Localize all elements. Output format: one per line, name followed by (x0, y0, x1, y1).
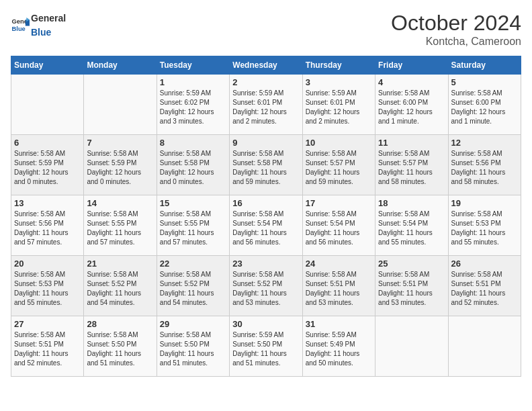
calendar-body: 1Sunrise: 5:59 AM Sunset: 6:02 PM Daylig… (11, 75, 521, 377)
calendar-cell: 11Sunrise: 5:58 AM Sunset: 5:57 PM Dayli… (375, 135, 448, 195)
calendar-cell: 24Sunrise: 5:58 AM Sunset: 5:51 PM Dayli… (302, 256, 375, 316)
calendar-cell: 30Sunrise: 5:59 AM Sunset: 5:50 PM Dayli… (230, 316, 302, 377)
title-block: October 2024 Kontcha, Cameroon (391, 11, 521, 48)
weekday-header-friday: Friday (375, 56, 448, 75)
day-number: 24 (306, 259, 372, 269)
day-number: 20 (14, 259, 81, 269)
calendar-cell: 1Sunrise: 5:59 AM Sunset: 6:02 PM Daylig… (157, 75, 229, 135)
day-number: 11 (378, 138, 445, 148)
month-year: October 2024 (391, 11, 521, 36)
day-number: 1 (160, 77, 226, 87)
calendar-cell: 13Sunrise: 5:58 AM Sunset: 5:56 PM Dayli… (11, 195, 84, 256)
day-number: 14 (87, 198, 153, 208)
day-number: 26 (451, 259, 518, 269)
day-info: Sunrise: 5:58 AM Sunset: 5:52 PM Dayligh… (160, 270, 226, 308)
day-number: 31 (306, 319, 372, 329)
day-number: 19 (451, 198, 518, 208)
calendar-week-3: 13Sunrise: 5:58 AM Sunset: 5:56 PM Dayli… (11, 195, 521, 256)
day-info: Sunrise: 5:58 AM Sunset: 5:54 PM Dayligh… (378, 210, 445, 247)
calendar-cell (84, 75, 157, 135)
calendar-cell (448, 316, 521, 377)
calendar-cell: 12Sunrise: 5:58 AM Sunset: 5:56 PM Dayli… (448, 135, 521, 195)
weekday-header-wednesday: Wednesday (230, 56, 302, 75)
calendar-cell: 2Sunrise: 5:59 AM Sunset: 6:01 PM Daylig… (230, 75, 302, 135)
day-number: 16 (232, 198, 299, 208)
calendar-cell: 29Sunrise: 5:58 AM Sunset: 5:50 PM Dayli… (157, 316, 229, 377)
weekday-header-sunday: Sunday (11, 56, 84, 75)
day-number: 25 (378, 259, 445, 269)
day-info: Sunrise: 5:58 AM Sunset: 5:53 PM Dayligh… (451, 210, 518, 247)
weekday-header-saturday: Saturday (448, 56, 521, 75)
calendar-week-2: 6Sunrise: 5:58 AM Sunset: 5:59 PM Daylig… (11, 135, 521, 195)
day-info: Sunrise: 5:58 AM Sunset: 5:50 PM Dayligh… (87, 330, 153, 368)
logo-icon: General Blue (11, 15, 30, 34)
calendar-cell: 18Sunrise: 5:58 AM Sunset: 5:54 PM Dayli… (375, 195, 448, 256)
day-number: 12 (451, 138, 518, 148)
logo-blue-text: Blue (31, 27, 51, 38)
day-info: Sunrise: 5:58 AM Sunset: 6:00 PM Dayligh… (378, 89, 445, 126)
day-info: Sunrise: 5:59 AM Sunset: 6:01 PM Dayligh… (306, 89, 372, 126)
calendar-cell: 25Sunrise: 5:58 AM Sunset: 5:51 PM Dayli… (375, 256, 448, 316)
calendar-cell: 23Sunrise: 5:58 AM Sunset: 5:52 PM Dayli… (230, 256, 302, 316)
calendar-cell: 8Sunrise: 5:58 AM Sunset: 5:58 PM Daylig… (157, 135, 229, 195)
day-number: 7 (87, 138, 153, 148)
calendar-week-5: 27Sunrise: 5:58 AM Sunset: 5:51 PM Dayli… (11, 316, 521, 377)
day-info: Sunrise: 5:58 AM Sunset: 6:00 PM Dayligh… (451, 89, 518, 126)
day-info: Sunrise: 5:58 AM Sunset: 5:54 PM Dayligh… (232, 210, 299, 247)
calendar-week-4: 20Sunrise: 5:58 AM Sunset: 5:53 PM Dayli… (11, 256, 521, 316)
day-number: 21 (87, 259, 153, 269)
day-info: Sunrise: 5:58 AM Sunset: 5:57 PM Dayligh… (378, 149, 445, 187)
location: Kontcha, Cameroon (391, 36, 521, 48)
day-number: 5 (451, 77, 518, 87)
day-info: Sunrise: 5:58 AM Sunset: 5:51 PM Dayligh… (14, 330, 81, 368)
day-info: Sunrise: 5:58 AM Sunset: 5:51 PM Dayligh… (451, 270, 518, 308)
calendar-cell (375, 316, 448, 377)
day-number: 3 (306, 77, 372, 87)
day-info: Sunrise: 5:59 AM Sunset: 6:01 PM Dayligh… (232, 89, 299, 126)
calendar-cell: 5Sunrise: 5:58 AM Sunset: 6:00 PM Daylig… (448, 75, 521, 135)
calendar-cell: 31Sunrise: 5:59 AM Sunset: 5:49 PM Dayli… (302, 316, 375, 377)
day-number: 17 (306, 198, 372, 208)
day-number: 2 (232, 77, 299, 87)
day-info: Sunrise: 5:58 AM Sunset: 5:57 PM Dayligh… (306, 149, 372, 187)
day-number: 4 (378, 77, 445, 87)
day-info: Sunrise: 5:58 AM Sunset: 5:55 PM Dayligh… (160, 210, 226, 247)
day-number: 29 (160, 319, 226, 329)
weekday-header-thursday: Thursday (302, 56, 375, 75)
day-number: 27 (14, 319, 81, 329)
day-info: Sunrise: 5:59 AM Sunset: 5:49 PM Dayligh… (306, 330, 372, 368)
day-info: Sunrise: 5:59 AM Sunset: 6:02 PM Dayligh… (160, 89, 226, 126)
day-info: Sunrise: 5:59 AM Sunset: 5:50 PM Dayligh… (232, 330, 299, 368)
day-info: Sunrise: 5:58 AM Sunset: 5:51 PM Dayligh… (378, 270, 445, 308)
day-number: 8 (160, 138, 226, 148)
day-info: Sunrise: 5:58 AM Sunset: 5:51 PM Dayligh… (306, 270, 372, 308)
day-number: 18 (378, 198, 445, 208)
logo-general-text: General (31, 13, 66, 24)
calendar-cell: 7Sunrise: 5:58 AM Sunset: 5:59 PM Daylig… (84, 135, 157, 195)
calendar-cell: 10Sunrise: 5:58 AM Sunset: 5:57 PM Dayli… (302, 135, 375, 195)
calendar-header: SundayMondayTuesdayWednesdayThursdayFrid… (11, 56, 521, 75)
calendar-cell: 20Sunrise: 5:58 AM Sunset: 5:53 PM Dayli… (11, 256, 84, 316)
calendar-cell: 3Sunrise: 5:59 AM Sunset: 6:01 PM Daylig… (302, 75, 375, 135)
day-number: 23 (232, 259, 299, 269)
day-info: Sunrise: 5:58 AM Sunset: 5:52 PM Dayligh… (87, 270, 153, 308)
weekday-header-monday: Monday (84, 56, 157, 75)
day-info: Sunrise: 5:58 AM Sunset: 5:54 PM Dayligh… (306, 210, 372, 247)
calendar-cell: 16Sunrise: 5:58 AM Sunset: 5:54 PM Dayli… (230, 195, 302, 256)
day-info: Sunrise: 5:58 AM Sunset: 5:50 PM Dayligh… (160, 330, 226, 368)
page-header: General Blue General Blue October 2024 K… (11, 11, 521, 48)
day-number: 22 (160, 259, 226, 269)
calendar-cell: 28Sunrise: 5:58 AM Sunset: 5:50 PM Dayli… (84, 316, 157, 377)
calendar-week-1: 1Sunrise: 5:59 AM Sunset: 6:02 PM Daylig… (11, 75, 521, 135)
day-info: Sunrise: 5:58 AM Sunset: 5:59 PM Dayligh… (87, 149, 153, 187)
day-info: Sunrise: 5:58 AM Sunset: 5:58 PM Dayligh… (160, 149, 226, 187)
day-number: 28 (87, 319, 153, 329)
day-number: 13 (14, 198, 81, 208)
day-number: 15 (160, 198, 226, 208)
day-number: 30 (232, 319, 299, 329)
day-info: Sunrise: 5:58 AM Sunset: 5:58 PM Dayligh… (232, 149, 299, 187)
calendar-cell: 9Sunrise: 5:58 AM Sunset: 5:58 PM Daylig… (230, 135, 302, 195)
day-info: Sunrise: 5:58 AM Sunset: 5:56 PM Dayligh… (14, 210, 81, 247)
svg-text:Blue: Blue (12, 26, 26, 32)
calendar-cell: 6Sunrise: 5:58 AM Sunset: 5:59 PM Daylig… (11, 135, 84, 195)
